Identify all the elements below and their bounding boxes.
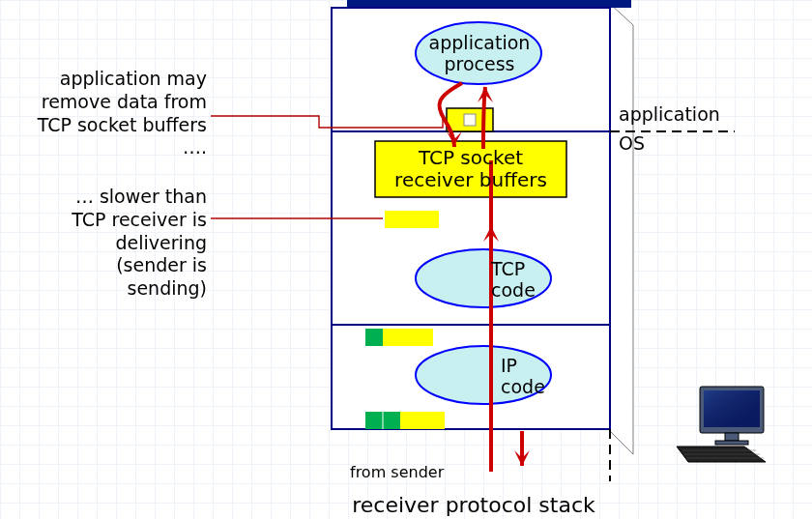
annotation-text-top: application may remove data from TCP soc… bbox=[10, 68, 207, 159]
svg-rect-4 bbox=[725, 433, 739, 441]
stack-top-strip bbox=[347, 0, 631, 8]
stack-3d-side bbox=[608, 2, 633, 454]
svg-rect-5 bbox=[715, 441, 748, 445]
tcp-buffers-label: TCP socket receiver buffers bbox=[379, 147, 563, 191]
buffer-bar-1 bbox=[385, 211, 439, 228]
tcp-code-label: TCP code bbox=[491, 259, 549, 302]
buffer-bar-3-filled-b bbox=[383, 412, 400, 429]
app-process-label: application process bbox=[418, 33, 541, 75]
side-application-label: application bbox=[619, 104, 735, 126]
socket-door-inner bbox=[464, 114, 476, 126]
buffer-bar-3-filled-a bbox=[365, 412, 383, 429]
diagram-title: receiver protocol stack bbox=[319, 493, 628, 517]
computer-icon bbox=[677, 387, 766, 462]
from-sender-label: from sender bbox=[350, 464, 456, 481]
ip-code-label: IP code bbox=[501, 356, 549, 398]
annotation-text-mid: … slower than TCP receiver is delivering… bbox=[56, 186, 207, 301]
side-os-label: OS bbox=[619, 133, 677, 155]
buffer-bar-2-filled bbox=[365, 329, 383, 346]
svg-rect-3 bbox=[704, 390, 760, 427]
